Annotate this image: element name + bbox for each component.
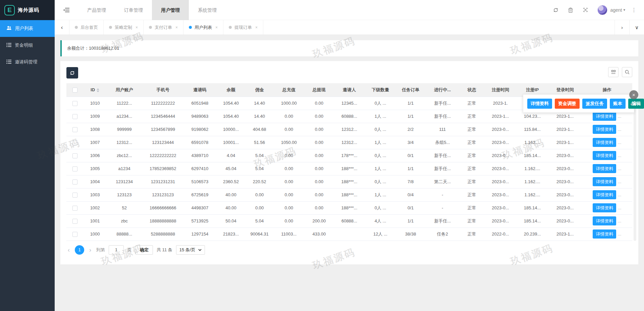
topnav-item-user[interactable]: 用户管理 <box>152 0 189 20</box>
page-jump-input[interactable] <box>109 245 124 255</box>
tab-close-icon[interactable]: × <box>175 25 178 30</box>
sidebar-item-funds-detail[interactable]: 资金明细 <box>0 37 55 54</box>
popup-caret-down-icon[interactable]: ▾ <box>630 102 632 106</box>
table-cell: 2023-0... <box>484 162 516 175</box>
table-cell: 2023-0... <box>484 136 516 149</box>
header-ID[interactable]: ID <box>83 83 107 97</box>
refresh-icon[interactable] <box>548 0 563 20</box>
row-checkbox-cell <box>66 227 83 241</box>
row-checkbox[interactable] <box>72 219 77 224</box>
page-prev-icon[interactable]: ‹ <box>66 247 71 253</box>
page-number[interactable]: 1 <box>75 245 84 255</box>
row-more-actions[interactable]: ... <box>618 231 621 237</box>
table-cell: 1009 <box>83 110 107 123</box>
tab-close-icon[interactable]: × <box>136 25 138 30</box>
row-detail-button[interactable]: 详情资料 <box>593 216 616 225</box>
row-checkbox[interactable] <box>72 140 77 145</box>
topnav-item-system[interactable]: 系统管理 <box>189 0 226 20</box>
row-more-actions[interactable]: ... <box>618 192 621 197</box>
table-body: 101011222...112222222260519481054.4014.4… <box>66 97 632 241</box>
row-checkbox[interactable] <box>72 232 77 237</box>
menu-fold-icon[interactable] <box>55 0 78 20</box>
header-label: 注册时间 <box>492 87 509 92</box>
row-more-actions[interactable]: ... <box>618 218 621 223</box>
sort-carets-icon[interactable] <box>97 88 99 92</box>
tabbar: ‹ 后台首页策略定制×支付订单×用户列表×提现订单× › ∨ <box>55 20 644 35</box>
table-refresh-button[interactable] <box>66 67 78 79</box>
table-cell: 1234567899 <box>142 123 184 136</box>
trash-icon[interactable] <box>563 0 578 20</box>
tab-strategy[interactable]: 策略定制× <box>104 20 144 35</box>
tab-pay-orders[interactable]: 支付订单× <box>144 20 183 35</box>
tabs-scroll-right-icon[interactable]: › <box>614 20 629 35</box>
row-more-actions[interactable]: ... <box>618 127 621 132</box>
row-detail-button[interactable]: 详情资料 <box>593 125 616 134</box>
table-cell: 2/2 <box>395 123 426 136</box>
row-checkbox[interactable] <box>72 153 77 158</box>
row-detail-button[interactable]: 详情资料 <box>593 229 616 239</box>
fullscreen-icon[interactable] <box>578 0 593 20</box>
user-avatar[interactable] <box>597 5 607 15</box>
table-cell: 123123 <box>107 188 142 201</box>
page-jump-confirm-button[interactable]: 确定 <box>136 245 153 255</box>
more-options-icon[interactable]: ⋮ <box>629 7 639 13</box>
table-cell: 1004 <box>83 175 107 188</box>
page-next-icon[interactable]: › <box>88 247 93 253</box>
popup-funds-adjust-button[interactable]: 资金调整 <box>555 99 580 109</box>
row-checkbox[interactable] <box>72 127 77 132</box>
page-size-value: 15 条/页 <box>179 247 196 253</box>
row-detail-button[interactable]: 详情资料 <box>593 190 616 199</box>
row-checkbox[interactable] <box>72 206 77 211</box>
sidebar-item-user-list[interactable]: 用户列表 <box>0 20 55 37</box>
topbar: 产品管理订单管理用户管理系统管理 agent ▾ ⋮ <box>55 0 644 20</box>
row-detail-button[interactable]: 详情资料 <box>593 177 616 186</box>
topnav-item-order[interactable]: 订单管理 <box>115 0 152 20</box>
row-more-actions[interactable]: ... <box>618 153 621 158</box>
select-all-checkbox[interactable] <box>72 88 77 93</box>
row-more-actions[interactable]: ... <box>618 166 621 171</box>
row-checkbox[interactable] <box>72 114 77 119</box>
row-more-actions[interactable]: ... <box>618 179 621 184</box>
table-cell: 999999 <box>107 123 142 136</box>
row-detail-button[interactable]: 详情资料 <box>593 138 616 147</box>
header-邀请码: 邀请码 <box>184 83 216 97</box>
topnav-item-product[interactable]: 产品管理 <box>78 0 115 20</box>
table-cell: 1.162.... <box>516 162 548 175</box>
tabs-scroll-left-icon[interactable]: ‹ <box>55 20 69 35</box>
row-detail-button[interactable]: 详情资料 <box>593 203 616 212</box>
table-cell: 4人 ... <box>365 214 395 227</box>
sidebar-item-invite-code[interactable]: 邀请码管理 <box>0 54 55 70</box>
header-总充值: 总充值 <box>273 83 305 97</box>
user-caret-down-icon[interactable]: ▾ <box>623 8 625 12</box>
table-cell: 2023-0... <box>548 188 582 201</box>
row-detail-button[interactable]: 详情资料 <box>593 112 616 121</box>
popup-ledger-button[interactable]: 账本 <box>610 99 626 109</box>
row-checkbox[interactable] <box>72 166 77 171</box>
tab-home[interactable]: 后台首页 <box>69 20 104 35</box>
tabs-menu-chevron-down-icon[interactable]: ∨ <box>629 20 644 35</box>
table-scrollbar[interactable] <box>634 97 636 241</box>
table-row: 1005a123417852369852629741045.045.040.00… <box>66 162 632 175</box>
table-cell: 1122222222 <box>142 97 184 110</box>
row-detail-button[interactable]: 详情资料 <box>593 164 616 173</box>
page-size-select[interactable]: 15 条/页 <box>176 245 205 255</box>
tab-user-list[interactable]: 用户列表× <box>183 20 223 35</box>
column-settings-icon[interactable] <box>608 67 619 77</box>
search-icon[interactable] <box>622 67 632 77</box>
row-more-actions[interactable]: ... <box>618 205 621 210</box>
popup-detail-button[interactable]: 详情资料 <box>527 99 552 109</box>
row-more-actions[interactable]: ... <box>618 114 621 119</box>
row-checkbox-cell <box>66 110 83 123</box>
popup-close-icon[interactable]: × <box>629 90 638 99</box>
user-name[interactable]: agent <box>610 7 622 13</box>
tab-close-icon[interactable]: × <box>255 25 258 30</box>
row-checkbox[interactable] <box>72 101 77 106</box>
row-more-actions[interactable]: ... <box>618 140 621 145</box>
row-checkbox[interactable] <box>72 179 77 185</box>
row-detail-button[interactable]: 详情资料 <box>593 151 616 160</box>
list-icon <box>6 60 11 65</box>
tab-withdraw-orders[interactable]: 提现订单× <box>223 20 263 35</box>
tab-close-icon[interactable]: × <box>215 25 218 30</box>
popup-dispatch-task-button[interactable]: 派发任务 <box>582 99 607 109</box>
row-checkbox[interactable] <box>72 193 77 198</box>
